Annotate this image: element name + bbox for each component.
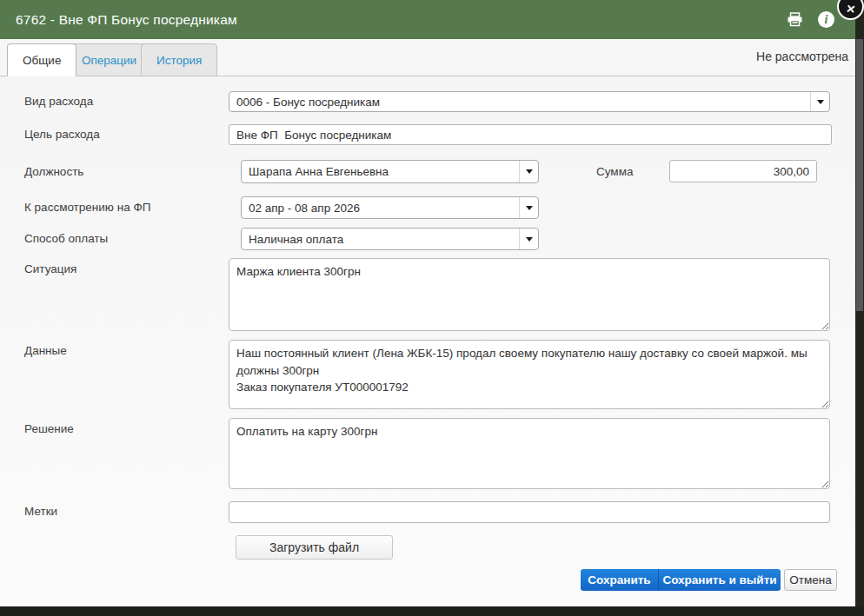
upload-file-button[interactable]: Загрузить файл bbox=[236, 535, 393, 560]
select-vid-rashoda[interactable]: 0006 - Бонус посредникам bbox=[229, 91, 830, 112]
select-k-rassmotreniyu-value: 02 апр - 08 апр 2026 bbox=[242, 202, 519, 215]
select-sposob-oplaty-value: Наличная оплата bbox=[242, 233, 519, 246]
window-bottom-edge bbox=[0, 606, 864, 616]
cel-rashoda-input[interactable] bbox=[229, 124, 832, 145]
save-and-exit-button[interactable]: Сохранить и выйти bbox=[658, 569, 781, 591]
print-icon[interactable] bbox=[787, 12, 803, 27]
label-vid-rashoda: Вид расхода bbox=[24, 95, 93, 108]
chevron-down-icon[interactable] bbox=[519, 197, 538, 218]
cancel-button[interactable]: Отмена bbox=[784, 569, 837, 591]
select-k-rassmotreniyu[interactable]: 02 апр - 08 апр 2026 bbox=[241, 196, 539, 219]
screen: 6762 - Вне ФП Бонус посредникам i ✕ bbox=[0, 0, 864, 616]
tab-istoriya[interactable]: История bbox=[141, 43, 217, 76]
label-dannye: Данные bbox=[24, 344, 67, 357]
metki-input[interactable] bbox=[229, 501, 830, 523]
tab-operacii[interactable]: Операции bbox=[66, 43, 152, 76]
tab-bar: Общие Операции История Не рассмотрена bbox=[0, 39, 855, 76]
dannye-textarea[interactable]: Наш постоянный клиент (Лена ЖБК-15) прод… bbox=[229, 340, 830, 409]
form: Вид расхода 0006 - Бонус посредникам Цел… bbox=[0, 76, 855, 606]
summa-input[interactable] bbox=[669, 160, 817, 182]
situaciya-textarea[interactable]: Маржа клиента 300грн bbox=[229, 258, 830, 331]
label-situaciya: Ситуация bbox=[24, 262, 76, 275]
save-button[interactable]: Сохранить bbox=[581, 569, 658, 591]
chevron-down-icon[interactable] bbox=[519, 229, 538, 249]
label-cel-rashoda: Цель расхода bbox=[24, 128, 100, 141]
titlebar-icons: i bbox=[787, 0, 834, 39]
tab-obshchie[interactable]: Общие bbox=[7, 43, 76, 76]
label-dolzhnost: Должность bbox=[24, 165, 83, 178]
status-badge: Не рассмотрена bbox=[756, 50, 848, 63]
select-vid-rashoda-value: 0006 - Бонус посредникам bbox=[229, 96, 810, 109]
label-reshenie: Решение bbox=[24, 422, 74, 435]
label-sposob-oplaty: Способ оплаты bbox=[24, 232, 108, 245]
select-sposob-oplaty[interactable]: Наличная оплата bbox=[241, 228, 539, 250]
scrollbar-thumb[interactable] bbox=[856, 39, 863, 311]
label-k-rassmotreniyu: К рассмотрению на ФП bbox=[24, 201, 150, 214]
dialog-window: 6762 - Вне ФП Бонус посредникам i ✕ bbox=[0, 0, 855, 606]
reshenie-textarea[interactable]: Оплатить на карту 300грн bbox=[229, 418, 830, 489]
select-dolzhnost-value: Шарапа Анна Евгеньевна bbox=[242, 165, 519, 178]
label-metki: Метки bbox=[24, 505, 57, 518]
select-dolzhnost[interactable]: Шарапа Анна Евгеньевна bbox=[241, 160, 539, 183]
titlebar: 6762 - Вне ФП Бонус посредникам i bbox=[0, 0, 855, 39]
info-icon[interactable]: i bbox=[818, 11, 834, 28]
chevron-down-icon[interactable] bbox=[810, 92, 829, 111]
window-title: 6762 - Вне ФП Бонус посредникам bbox=[0, 12, 237, 28]
label-summa: Сумма bbox=[596, 165, 633, 178]
scrollbar-track[interactable] bbox=[855, 0, 864, 616]
chevron-down-icon[interactable] bbox=[519, 161, 538, 182]
close-icon: ✕ bbox=[845, 3, 856, 18]
